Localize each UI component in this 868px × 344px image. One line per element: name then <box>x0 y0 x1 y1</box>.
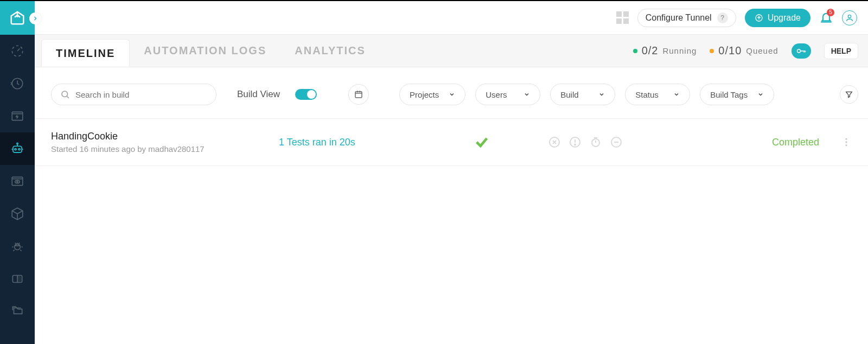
configure-tunnel-button[interactable]: Configure Tunnel ? <box>637 9 736 27</box>
build-status: Completed <box>772 137 819 148</box>
svg-point-21 <box>845 138 847 140</box>
help-hint-icon: ? <box>717 12 728 23</box>
nav-contrast[interactable] <box>0 263 35 295</box>
help-button[interactable]: HELP <box>824 43 858 59</box>
row-menu-button[interactable] <box>841 136 852 149</box>
expand-sidebar-button[interactable] <box>29 12 41 24</box>
build-view-label: Build View <box>237 89 280 100</box>
notifications-button[interactable]: 5 <box>819 11 833 25</box>
tabs: TIMELINE AUTOMATION LOGS ANALYTICS 0/2 R… <box>35 35 868 67</box>
status-dropdown[interactable]: Status <box>625 84 690 105</box>
build-result-icons <box>474 135 623 150</box>
apps-grid-icon[interactable] <box>616 11 629 24</box>
error-icon <box>569 136 582 149</box>
main: Configure Tunnel ? Upgrade 5 TIMELINE AU… <box>35 1 868 344</box>
tab-timeline[interactable]: TIMELINE <box>41 39 130 67</box>
gauge-icon <box>10 44 24 58</box>
status-counters: 0/2 Running 0/10 Queued HELP <box>633 35 868 67</box>
timeout-icon <box>589 136 602 149</box>
failed-icon <box>548 136 561 149</box>
running-dot <box>633 49 637 53</box>
filter-button[interactable] <box>840 85 858 104</box>
topbar: Configure Tunnel ? Upgrade 5 <box>35 1 868 35</box>
kebab-icon <box>841 136 852 149</box>
sidebar-nav <box>0 35 35 328</box>
user-avatar[interactable] <box>842 10 857 26</box>
svg-point-3 <box>15 149 16 150</box>
eye-window-icon <box>10 174 24 188</box>
svg-point-22 <box>845 141 847 143</box>
running-label: Running <box>662 46 697 55</box>
cube-icon <box>10 207 24 221</box>
configure-tunnel-label: Configure Tunnel <box>646 13 712 23</box>
build-info: HandingCookie Started 16 minutes ago by … <box>51 131 279 154</box>
nav-automation[interactable] <box>0 132 35 165</box>
svg-rect-1 <box>12 112 23 120</box>
svg-point-8 <box>17 181 18 182</box>
nav-dashboard[interactable] <box>0 35 35 67</box>
date-filter-button[interactable] <box>348 84 369 105</box>
running-value: 0/2 <box>642 44 659 57</box>
chevron-down-icon <box>757 91 764 98</box>
upgrade-label: Upgrade <box>768 13 801 23</box>
nav-bug[interactable] <box>0 230 35 263</box>
svg-point-5 <box>17 143 18 144</box>
skipped-icon <box>610 136 623 149</box>
notification-badge: 5 <box>827 9 834 16</box>
user-icon <box>845 14 854 22</box>
nav-visual[interactable] <box>0 165 35 198</box>
build-row[interactable]: HandingCookie Started 16 minutes ago by … <box>35 119 868 166</box>
build-title: HandingCookie <box>51 131 279 142</box>
queued-counter: 0/10 Queued <box>710 44 778 57</box>
build-dropdown[interactable]: Build <box>550 84 615 105</box>
nav-history[interactable] <box>0 67 35 100</box>
logo-icon <box>9 10 25 26</box>
svg-point-14 <box>62 91 68 97</box>
tab-analytics[interactable]: ANALYTICS <box>280 35 380 67</box>
folders-icon <box>10 304 24 318</box>
build-tags-dropdown[interactable]: Build Tags <box>700 84 774 105</box>
build-view-toggle[interactable] <box>295 89 317 100</box>
chevron-down-icon <box>673 91 680 98</box>
filter-icon <box>845 90 853 99</box>
svg-point-23 <box>845 144 847 146</box>
chevron-right-icon <box>32 15 39 22</box>
search-icon <box>60 90 70 99</box>
svg-point-18 <box>575 144 576 145</box>
filters-bar: Build View Projects Users Build Status B… <box>35 67 868 119</box>
svg-rect-15 <box>355 92 362 98</box>
search-input-container[interactable] <box>51 84 216 105</box>
history-icon <box>10 77 24 91</box>
running-counter: 0/2 Running <box>633 44 697 57</box>
upgrade-button[interactable]: Upgrade <box>745 9 810 27</box>
brand-logo[interactable] <box>0 1 35 35</box>
upgrade-icon <box>755 14 763 22</box>
access-key-button[interactable] <box>792 43 811 59</box>
nav-package[interactable] <box>0 198 35 230</box>
tab-automation-logs[interactable]: AUTOMATION LOGS <box>130 35 280 67</box>
build-summary: 1 Tests ran in 20s <box>279 137 442 148</box>
calendar-icon <box>354 90 363 99</box>
projects-dropdown[interactable]: Projects <box>399 84 465 105</box>
queued-value: 0/10 <box>718 44 742 57</box>
svg-point-12 <box>848 15 851 17</box>
svg-point-13 <box>797 49 800 53</box>
bug-icon <box>10 239 24 253</box>
robot-icon <box>10 141 25 156</box>
passed-icon <box>474 135 489 150</box>
key-icon <box>796 47 806 55</box>
bolt-window-icon <box>10 109 24 123</box>
chevron-down-icon <box>598 91 605 98</box>
chevron-down-icon <box>449 91 455 98</box>
search-input[interactable] <box>75 90 207 99</box>
queued-dot <box>710 49 714 53</box>
nav-folders[interactable] <box>0 295 35 328</box>
queued-label: Queued <box>746 46 778 55</box>
svg-point-4 <box>18 149 20 150</box>
chevron-down-icon <box>524 91 530 98</box>
build-meta: Started 16 minutes ago by madhav280117 <box>51 144 279 154</box>
nav-realtime[interactable] <box>0 100 35 132</box>
sidebar <box>0 1 35 344</box>
users-dropdown[interactable]: Users <box>475 84 540 105</box>
contrast-icon <box>10 272 24 286</box>
